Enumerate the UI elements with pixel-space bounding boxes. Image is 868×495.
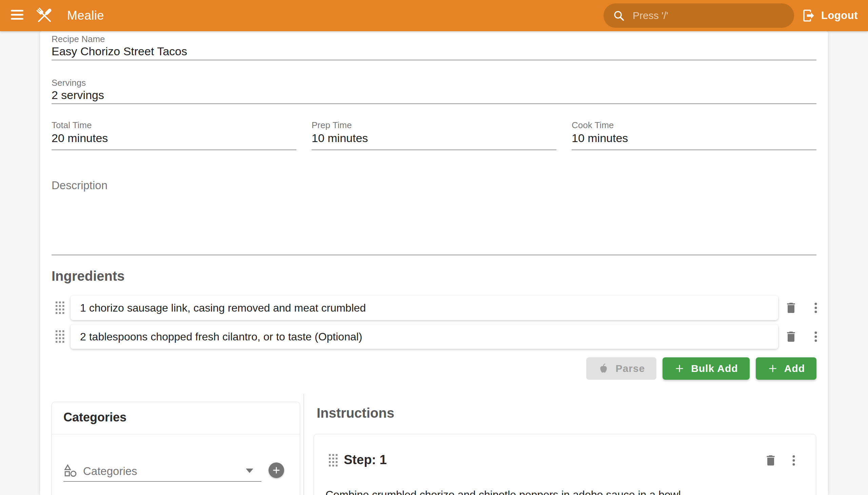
cook-time-label: Cook Time <box>572 120 614 131</box>
drag-handle-icon[interactable] <box>56 302 64 314</box>
categories-select-label: Categories <box>83 465 137 478</box>
step-title: Step: 1 <box>344 453 387 467</box>
kebab-icon <box>809 301 822 314</box>
add-label: Add <box>784 363 805 374</box>
description-label: Description <box>52 179 107 192</box>
recipe-name-input[interactable]: Easy Chorizo Street Tacos <box>52 45 187 58</box>
apple-icon <box>598 363 609 374</box>
recipe-name-underline <box>52 60 816 61</box>
drag-handle-icon[interactable] <box>56 330 64 343</box>
cook-time-input[interactable]: 10 minutes <box>572 132 628 145</box>
plus-icon <box>767 363 778 374</box>
ingredient-input[interactable]: 1 chorizo sausage link, casing removed a… <box>70 296 778 320</box>
categories-select-underline <box>63 481 261 482</box>
trash-icon <box>764 454 778 467</box>
add-category-button[interactable] <box>269 462 284 478</box>
menu-icon[interactable] <box>11 10 24 20</box>
instruction-step-card: Step: 1 Combine crumbled chorizo and chi… <box>313 434 816 495</box>
step-more-button[interactable] <box>786 448 802 473</box>
logout-icon <box>802 8 816 23</box>
parse-label: Parse <box>615 363 645 374</box>
bulk-add-label: Bulk Add <box>691 363 738 374</box>
ingredient-row: 1 chorizo sausage link, casing removed a… <box>40 296 828 320</box>
drag-handle-icon[interactable] <box>329 454 338 467</box>
step-header: Step: 1 <box>314 448 816 473</box>
prep-time-label: Prep Time <box>311 120 352 131</box>
description-textarea[interactable] <box>52 194 816 254</box>
delete-ingredient-button[interactable] <box>783 296 799 320</box>
app-bar: Mealie Logout <box>0 0 868 31</box>
categories-divider <box>52 434 300 434</box>
trash-icon <box>784 330 798 343</box>
total-time-input[interactable]: 20 minutes <box>52 132 108 145</box>
ingredient-more-button[interactable] <box>807 296 824 320</box>
ingredient-actions: Parse Bulk Add Add <box>52 357 816 380</box>
servings-input[interactable]: 2 servings <box>52 88 104 102</box>
cook-time-underline <box>572 150 816 150</box>
kebab-icon <box>809 330 822 343</box>
kebab-icon <box>787 454 801 467</box>
recipe-editor-sheet: Recipe Name Easy Chorizo Street Tacos Se… <box>40 31 828 495</box>
ingredient-more-button[interactable] <box>807 324 824 349</box>
instructions-heading: Instructions <box>317 406 394 421</box>
logout-label: Logout <box>821 10 858 22</box>
servings-underline <box>52 103 816 104</box>
step-text-input[interactable]: Combine crumbled chorizo and chipotle pe… <box>325 487 805 495</box>
parse-button[interactable]: Parse <box>586 357 657 380</box>
total-time-label: Total Time <box>52 120 92 131</box>
search-icon <box>612 9 625 22</box>
logout-button[interactable]: Logout <box>802 0 858 31</box>
servings-label: Servings <box>52 78 86 88</box>
search-input[interactable] <box>633 10 785 21</box>
ingredient-row: 2 tablespoons chopped fresh cilantro, or… <box>40 324 828 349</box>
chevron-down-icon[interactable] <box>246 468 253 473</box>
search-field[interactable] <box>603 3 794 28</box>
add-button[interactable]: Add <box>756 357 816 380</box>
prep-time-input[interactable]: 10 minutes <box>311 132 368 145</box>
mealie-logo-icon <box>34 4 55 27</box>
categories-title: Categories <box>63 410 126 425</box>
description-underline <box>52 255 816 255</box>
delete-step-button[interactable] <box>763 448 779 473</box>
ingredients-heading: Ingredients <box>52 269 125 284</box>
column-divider <box>304 394 304 495</box>
trash-icon <box>784 301 798 314</box>
delete-ingredient-button[interactable] <box>783 324 799 349</box>
recipe-name-label: Recipe Name <box>52 34 105 45</box>
bulk-add-button[interactable]: Bulk Add <box>663 357 750 380</box>
ingredient-input[interactable]: 2 tablespoons chopped fresh cilantro, or… <box>70 324 778 349</box>
categories-panel: Categories Categories <box>52 402 300 495</box>
categories-select[interactable]: Categories <box>52 456 300 487</box>
plus-icon <box>272 465 281 475</box>
ingredient-text: 2 tablespoons chopped fresh cilantro, or… <box>80 330 362 343</box>
app-title: Mealie <box>67 0 104 31</box>
total-time-underline <box>52 150 296 150</box>
prep-time-underline <box>311 150 557 150</box>
plus-icon <box>674 363 685 374</box>
ingredient-text: 1 chorizo sausage link, casing removed a… <box>80 302 366 314</box>
shapes-icon <box>63 463 78 478</box>
